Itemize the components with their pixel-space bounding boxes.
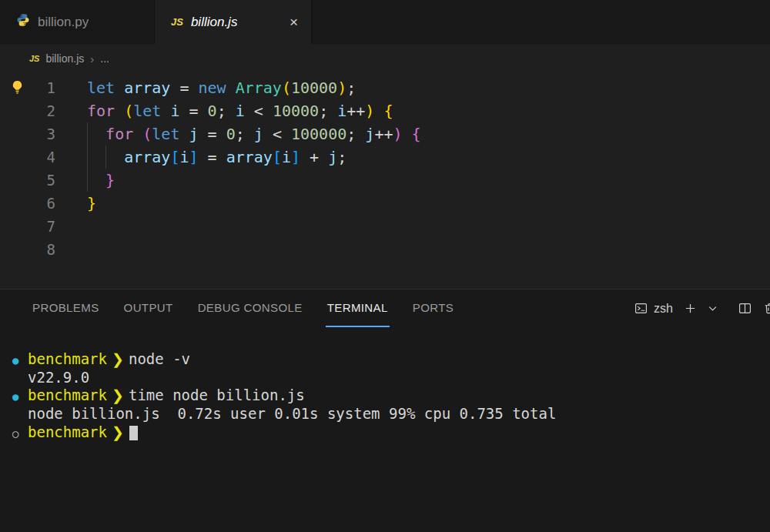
code-text: } xyxy=(87,192,96,215)
panel-tabs: PROBLEMSOUTPUTDEBUG CONSOLETERMINALPORTS xyxy=(20,289,466,327)
breadcrumb-separator-icon: › xyxy=(90,52,94,65)
prompt-cwd: benchmark xyxy=(28,350,107,367)
indent-guide xyxy=(87,122,88,146)
code-line[interactable]: 2for (let i = 0; i < 10000; i++) { xyxy=(0,99,770,122)
code-line[interactable]: 3 for (let j = 0; j < 100000; j++) { xyxy=(0,122,770,146)
terminal-icon xyxy=(634,302,648,315)
terminal-output-line: node billion.js 0.72s user 0.01s system … xyxy=(12,405,770,423)
line-number: 8 xyxy=(0,238,55,261)
panel-tab-ports[interactable]: PORTS xyxy=(411,289,455,327)
code-text: for (let i = 0; i < 10000; i++) { xyxy=(87,99,393,122)
code-text: array[i] = array[i] + j; xyxy=(87,146,346,169)
editor-tab-bar: billion.py JS billion.js × xyxy=(0,0,770,44)
code-line[interactable]: 6} xyxy=(0,192,770,215)
tab-label: billion.js xyxy=(191,15,237,30)
prompt-arrow-icon: ❯ xyxy=(107,350,129,367)
prompt-arrow-icon: ❯ xyxy=(107,386,129,403)
prompt-status-icon: ○ xyxy=(12,425,28,443)
panel-tab-problems[interactable]: PROBLEMS xyxy=(31,289,101,327)
line-number: 6 xyxy=(0,192,55,215)
prompt-cwd: benchmark xyxy=(28,386,107,403)
chevron-down-icon[interactable] xyxy=(708,303,718,313)
code-text: for (let j = 0; j < 100000; j++) { xyxy=(87,122,421,146)
code-line[interactable]: 7 xyxy=(0,215,770,238)
close-icon[interactable]: × xyxy=(287,14,300,30)
panel-tab-output[interactable]: OUTPUT xyxy=(122,289,175,327)
code-line[interactable]: 5 } xyxy=(0,169,770,192)
panel-actions: zsh xyxy=(634,289,770,327)
panel-header: PROBLEMSOUTPUTDEBUG CONSOLETERMINALPORTS… xyxy=(0,289,770,327)
terminal-cursor xyxy=(129,426,138,440)
command-text: node -v xyxy=(129,350,190,367)
bottom-panel: PROBLEMSOUTPUTDEBUG CONSOLETERMINALPORTS… xyxy=(0,289,770,532)
split-terminal-icon[interactable] xyxy=(738,302,752,315)
code-line[interactable]: 1let array = new Array(10000); xyxy=(0,76,770,99)
trash-icon[interactable] xyxy=(763,302,770,315)
line-number: 7 xyxy=(0,215,55,238)
breadcrumb-js-icon: JS xyxy=(29,54,39,63)
panel-tab-debug-console[interactable]: DEBUG CONSOLE xyxy=(196,289,304,327)
code-text: } xyxy=(87,169,115,192)
prompt-arrow-icon: ❯ xyxy=(107,423,129,440)
editor-lines: 1let array = new Array(10000);2for (let … xyxy=(0,76,770,261)
lightbulb-icon[interactable] xyxy=(9,79,25,95)
terminal-prompt-line: ○benchmark ❯ xyxy=(12,423,770,442)
shell-picker[interactable]: zsh xyxy=(634,302,673,316)
code-editor[interactable]: 1let array = new Array(10000);2for (let … xyxy=(0,73,770,289)
tab-label: billion.py xyxy=(38,15,89,30)
code-line[interactable]: 8 xyxy=(0,238,770,261)
python-icon xyxy=(16,13,30,31)
breadcrumb-more[interactable]: ... xyxy=(100,52,109,65)
breadcrumb[interactable]: JS billion.js › ... xyxy=(0,44,770,73)
output-text: node billion.js 0.72s user 0.01s system … xyxy=(28,405,556,422)
terminal[interactable]: ●benchmark ❯ node -vv22.9.0●benchmark ❯ … xyxy=(0,327,770,441)
prompt-status-icon: ● xyxy=(12,352,28,370)
line-number: 5 xyxy=(0,169,55,192)
command-text: time node billion.js xyxy=(129,386,305,403)
terminal-prompt-line: ●benchmark ❯ time node billion.js xyxy=(12,386,770,405)
line-number: 3 xyxy=(0,122,55,146)
output-text: v22.9.0 xyxy=(28,369,89,386)
line-number: 4 xyxy=(0,146,55,169)
code-line[interactable]: 4 array[i] = array[i] + j; xyxy=(0,146,770,169)
terminal-output-line: v22.9.0 xyxy=(12,369,770,387)
js-icon: JS xyxy=(171,16,183,28)
indent-guide xyxy=(87,169,88,192)
shell-label: zsh xyxy=(654,302,673,316)
indent-guide xyxy=(105,146,106,169)
line-number: 2 xyxy=(0,99,55,122)
line-number: 1 xyxy=(0,76,55,99)
panel-tab-terminal[interactable]: TERMINAL xyxy=(326,289,390,327)
tab-billion-js[interactable]: JS billion.js × xyxy=(155,0,312,44)
vscode-window: billion.py JS billion.js × JS billion.js… xyxy=(0,0,770,532)
new-terminal-button[interactable] xyxy=(685,303,696,314)
tab-billion-py[interactable]: billion.py xyxy=(0,0,155,44)
code-text: let array = new Array(10000); xyxy=(87,76,356,99)
prompt-cwd: benchmark xyxy=(28,423,107,440)
indent-guide xyxy=(87,146,88,169)
terminal-prompt-line: ●benchmark ❯ node -v xyxy=(12,350,770,369)
prompt-status-icon: ● xyxy=(12,388,28,407)
breadcrumb-file[interactable]: billion.js xyxy=(45,52,84,65)
